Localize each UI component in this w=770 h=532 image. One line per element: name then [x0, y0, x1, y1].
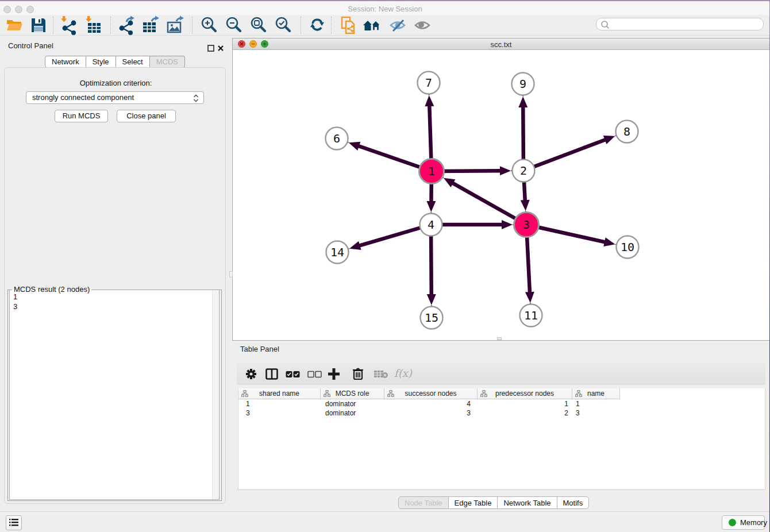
edge-arrow-4-15	[427, 294, 436, 305]
table-panel-title: Table Panel	[240, 345, 279, 353]
function-builder-icon[interactable]: f(x)	[394, 367, 412, 379]
export-table-icon[interactable]	[141, 16, 160, 35]
table-cell[interactable]: 1	[478, 399, 572, 408]
column-header-shared-name[interactable]: shared name	[238, 388, 321, 399]
import-network-icon[interactable]	[59, 16, 79, 35]
mcds-result-list[interactable]: 13	[9, 290, 220, 500]
edge-arrow-4-3	[502, 220, 513, 229]
search-input[interactable]	[596, 18, 764, 30]
deselect-checkboxes-icon[interactable]	[307, 370, 322, 380]
export-network-icon[interactable]	[117, 16, 136, 35]
table-tab-node-table[interactable]: Node Table	[398, 496, 449, 509]
zoom-in-icon[interactable]	[199, 16, 219, 35]
export-image-icon[interactable]	[165, 16, 185, 35]
close-panel-button[interactable]: Close panel	[117, 110, 176, 122]
run-mcds-button[interactable]: Run MCDS	[55, 110, 108, 122]
edge-arrow-2-8	[603, 136, 615, 144]
split-view-icon[interactable]	[265, 368, 278, 382]
table-cell[interactable]: 4	[384, 399, 478, 408]
zoom-selected-icon[interactable]	[274, 16, 293, 35]
edge-arrow-1-7	[425, 95, 434, 106]
graph-node-label-2: 2	[520, 164, 527, 178]
mcds-result-group: MCDS result (2 nodes) 13	[7, 290, 222, 501]
toolbar-separator	[110, 17, 111, 34]
mcds-result-item: 3	[13, 302, 219, 311]
mcds-result-title: MCDS result (2 nodes)	[12, 285, 91, 294]
hide-selected-icon[interactable]	[388, 16, 408, 35]
main-toolbar	[0, 15, 770, 36]
show-eye-icon[interactable]	[413, 16, 433, 35]
network-window-title: scc.txt	[233, 40, 769, 49]
refresh-view-icon[interactable]	[307, 16, 327, 35]
control-tab-network[interactable]: Network	[45, 56, 86, 68]
graph-node-label-14: 14	[330, 245, 344, 259]
mcds-result-scrollbar[interactable]	[212, 291, 219, 499]
table-cell[interactable]: 1	[572, 399, 620, 408]
control-panel-float-icon[interactable]	[207, 44, 214, 54]
network-graph[interactable]: 7968124314101511	[233, 51, 769, 341]
memory-button[interactable]: Memory	[722, 515, 765, 530]
import-table-icon[interactable]	[84, 16, 103, 35]
task-history-button[interactable]	[6, 515, 22, 530]
criterion-select[interactable]: strongly connected component	[26, 91, 204, 104]
copy-share-icon[interactable]	[338, 16, 358, 35]
open-session-icon[interactable]	[5, 16, 24, 35]
graph-node-label-6: 6	[333, 132, 340, 145]
save-session-icon[interactable]	[29, 16, 48, 35]
network-window-titlebar: scc.txt	[233, 38, 769, 50]
table-cell[interactable]: 3	[238, 408, 321, 418]
control-panel: Control Panel NetworkStyleSelectMCDS Opt…	[0, 36, 232, 511]
optimization-criterion-label: Optimization criterion:	[0, 79, 232, 87]
edge-arrow-3-11	[525, 292, 534, 303]
column-header-successor-nodes[interactable]: successor nodes	[384, 388, 478, 399]
control-tab-mcds[interactable]: MCDS	[150, 56, 185, 68]
column-header-MCDS-role[interactable]: MCDS role	[321, 388, 384, 399]
table-settings-icon[interactable]	[245, 368, 257, 382]
column-header-predecessor-nodes[interactable]: predecessor nodes	[478, 388, 572, 399]
control-panel-close-icon[interactable]	[217, 44, 224, 54]
toolbar-separator	[53, 17, 53, 34]
memory-status-icon	[729, 519, 736, 526]
control-tab-select[interactable]: Select	[116, 56, 150, 68]
add-column-icon[interactable]	[327, 367, 341, 383]
vertical-splitter-handle[interactable]	[229, 271, 233, 277]
zoom-out-icon[interactable]	[224, 16, 244, 35]
table-tab-motifs[interactable]: Motifs	[557, 496, 590, 509]
table-tab-network-table[interactable]: Network Table	[498, 496, 557, 509]
control-panel-tabs: NetworkStyleSelectMCDS	[45, 56, 185, 68]
graph-node-label-10: 10	[621, 240, 634, 254]
table-cell[interactable]: dominator	[321, 399, 384, 408]
window-titlebar: Session: New Session	[0, 0, 770, 15]
horizontal-splitter-handle[interactable]	[497, 337, 502, 340]
graph-node-label-9: 9	[519, 77, 526, 91]
node-table: shared nameMCDS rolesuccessor nodesprede…	[238, 388, 765, 490]
table-tab-edge-table[interactable]: Edge Table	[449, 496, 498, 509]
table-panel-tabs: Node TableEdge TableNetwork TableMotifs	[398, 496, 589, 509]
edge-2-8[interactable]	[523, 140, 606, 171]
table-cell[interactable]: 3	[572, 408, 620, 418]
table-cell[interactable]: 2	[478, 408, 572, 418]
graph-node-label-4: 4	[428, 218, 434, 232]
control-tab-style[interactable]: Style	[86, 56, 116, 68]
graph-node-label-11: 11	[524, 309, 538, 322]
network-view-window: scc.txt 7968124314101511	[232, 38, 770, 341]
zoom-fit-icon[interactable]	[249, 16, 268, 35]
table-cell[interactable]: 1	[238, 399, 321, 408]
control-panel-title: Control Panel	[8, 41, 53, 50]
delete-table-icon[interactable]	[374, 369, 388, 381]
graph-node-label-7: 7	[425, 76, 432, 90]
show-all-networks-icon[interactable]	[362, 16, 382, 35]
edge-arrow-4-14	[349, 241, 361, 250]
edge-arrow-3-10	[603, 237, 615, 246]
edge-arrow-1-6	[349, 142, 361, 151]
table-cell[interactable]: dominator	[321, 408, 384, 418]
table-panel: Table Panel f(x) shared nameMCDS rolesuc…	[232, 341, 770, 511]
delete-column-icon[interactable]	[352, 367, 364, 383]
column-header-name[interactable]: name	[572, 388, 620, 399]
select-all-checkboxes-icon[interactable]	[286, 370, 300, 380]
toolbar-separator	[331, 17, 332, 34]
criterion-select-value: strongly connected component	[32, 93, 134, 102]
edge-arrow-2-9	[518, 97, 528, 107]
table-cell[interactable]: 3	[384, 408, 478, 418]
edge-arrow-1-4	[426, 201, 436, 212]
